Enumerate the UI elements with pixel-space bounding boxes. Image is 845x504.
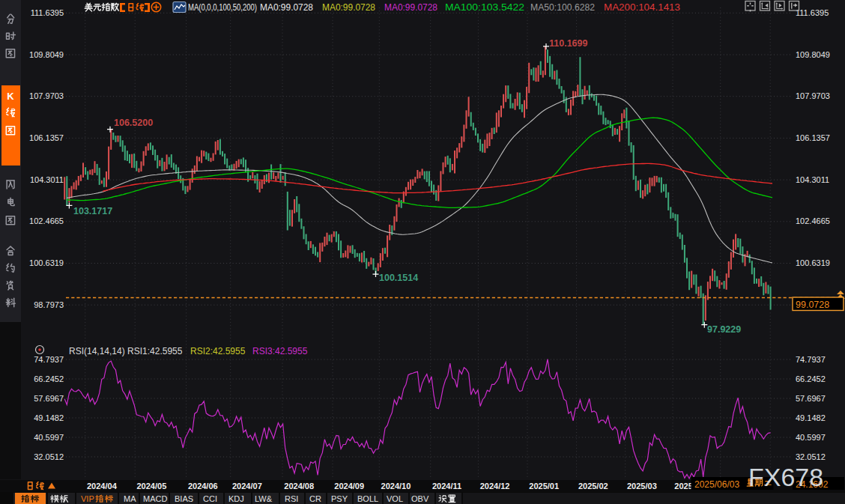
svg-text:MA200:104.1413: MA200:104.1413 xyxy=(604,2,680,13)
svg-text:98.7973: 98.7973 xyxy=(34,300,64,309)
svg-text:103.1717: 103.1717 xyxy=(73,206,112,216)
svg-text:2024/04: 2024/04 xyxy=(87,482,118,491)
svg-text:109.8049: 109.8049 xyxy=(796,50,830,59)
svg-text:74.7937: 74.7937 xyxy=(796,355,826,364)
svg-text:111.6395: 111.6395 xyxy=(31,8,64,17)
svg-text:MA: MA xyxy=(124,494,136,503)
svg-text:102.4665: 102.4665 xyxy=(796,216,830,225)
svg-text:104.3011: 104.3011 xyxy=(796,175,829,184)
svg-text:2024/10: 2024/10 xyxy=(381,482,411,491)
svg-text:2024/05: 2024/05 xyxy=(137,482,167,491)
svg-text:MA(0,0,0,100,50,200): MA(0,0,0,100,50,200) xyxy=(188,2,257,13)
svg-text:100.6319: 100.6319 xyxy=(796,258,830,267)
svg-text:LW&: LW& xyxy=(255,494,273,503)
svg-text:107.9703: 107.9703 xyxy=(29,91,64,100)
svg-text:MA0:99.0728: MA0:99.0728 xyxy=(322,2,375,13)
svg-text:2024/11: 2024/11 xyxy=(432,482,461,491)
svg-text:CCI: CCI xyxy=(203,494,217,503)
svg-text:99.0728: 99.0728 xyxy=(796,300,829,310)
svg-text:106.1357: 106.1357 xyxy=(29,133,64,142)
svg-text:32.0512: 32.0512 xyxy=(34,452,64,461)
svg-text:40.5997: 40.5997 xyxy=(796,433,826,442)
svg-text:2024/12: 2024/12 xyxy=(480,482,510,491)
svg-text:111.6395: 111.6395 xyxy=(796,8,829,17)
svg-text:2025/02: 2025/02 xyxy=(578,482,608,491)
svg-text:OBV: OBV xyxy=(411,494,429,503)
svg-text:110.1699: 110.1699 xyxy=(549,38,587,49)
svg-text:MA50:100.6282: MA50:100.6282 xyxy=(530,2,595,13)
svg-text:KDJ: KDJ xyxy=(228,494,244,503)
svg-text:MACD: MACD xyxy=(143,494,167,503)
svg-text:RSI: RSI xyxy=(285,494,298,503)
svg-text:97.9229: 97.9229 xyxy=(707,324,741,335)
svg-text:40.5997: 40.5997 xyxy=(34,433,64,442)
svg-text:106.1357: 106.1357 xyxy=(796,133,830,142)
svg-text:CR: CR xyxy=(309,494,321,503)
svg-text:BOLL: BOLL xyxy=(357,494,378,503)
svg-text:57.6967: 57.6967 xyxy=(34,394,64,403)
svg-text:2025/03: 2025/03 xyxy=(627,482,657,491)
svg-text:100.1514: 100.1514 xyxy=(379,273,418,283)
svg-text:100.6319: 100.6319 xyxy=(29,258,64,267)
svg-text:106.5200: 106.5200 xyxy=(114,118,153,128)
svg-text:2024/09: 2024/09 xyxy=(334,482,364,491)
svg-text:2024/06: 2024/06 xyxy=(188,482,218,491)
svg-text:MA0:99.0728: MA0:99.0728 xyxy=(384,2,437,13)
svg-text:K: K xyxy=(7,91,14,102)
svg-text:VOL: VOL xyxy=(387,494,403,503)
svg-text:2024/08: 2024/08 xyxy=(284,482,314,491)
svg-text:102.4665: 102.4665 xyxy=(29,216,64,225)
svg-text:107.9703: 107.9703 xyxy=(796,91,830,100)
svg-text:MA100:103.5422: MA100:103.5422 xyxy=(445,2,524,13)
svg-text:49.1482: 49.1482 xyxy=(796,413,826,422)
svg-text:2025/06/03: 2025/06/03 xyxy=(694,479,739,490)
svg-text:VIP: VIP xyxy=(81,494,94,503)
svg-text:66.2452: 66.2452 xyxy=(34,374,64,383)
svg-text:2025/01: 2025/01 xyxy=(529,482,559,491)
svg-text:RSI3:42.5955: RSI3:42.5955 xyxy=(252,346,308,356)
svg-text:RSI(14,14,14) RSI1:42.5955: RSI(14,14,14) RSI1:42.5955 xyxy=(69,346,183,356)
svg-text:66.2452: 66.2452 xyxy=(796,374,826,383)
svg-text:74.7937: 74.7937 xyxy=(34,355,64,364)
svg-text:MA0:99.0728: MA0:99.0728 xyxy=(260,2,313,13)
svg-text:FX678: FX678 xyxy=(748,463,823,491)
svg-text:PSY: PSY xyxy=(331,494,348,503)
svg-text:109.8049: 109.8049 xyxy=(29,50,64,59)
svg-text:2024/07: 2024/07 xyxy=(232,482,262,491)
svg-text:57.6967: 57.6967 xyxy=(796,394,826,403)
svg-text:32.0512: 32.0512 xyxy=(796,452,826,461)
svg-text:BIAS: BIAS xyxy=(175,494,193,503)
svg-text:104.3011: 104.3011 xyxy=(30,175,64,184)
svg-text:49.1482: 49.1482 xyxy=(34,413,64,422)
svg-text:RSI2:42.5955: RSI2:42.5955 xyxy=(190,346,246,356)
